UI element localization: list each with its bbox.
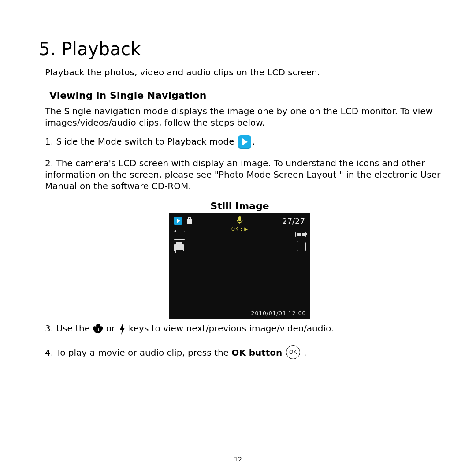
- memory-card-icon: [297, 241, 306, 251]
- macro-flower-icon: [93, 324, 102, 334]
- step-3-text-post: keys to view next/previous image/video/a…: [129, 323, 334, 334]
- section-intro: The Single navigation mode displays the …: [45, 105, 441, 128]
- lock-icon: [186, 216, 193, 226]
- lcd-image-counter: 27/27: [282, 216, 305, 226]
- lcd-figure: OK : ▶ 27/27 2010/01/01 12:00: [39, 213, 441, 319]
- ok-button-icon: OK: [286, 345, 300, 359]
- microphone-icon: [237, 216, 243, 226]
- step-3: 3. Use the or keys to view next/previous…: [45, 323, 441, 335]
- chapter-intro: Playback the photos, video and audio cli…: [45, 67, 441, 78]
- step-1-text-pre: 1. Slide the Mode switch to Playback mod…: [45, 136, 237, 147]
- step-3-text-mid: or: [106, 323, 118, 334]
- page-number: 12: [0, 456, 476, 463]
- chapter-title: 5. Playback: [39, 39, 441, 59]
- ok-button-label-text: OK button: [231, 347, 282, 357]
- section-title: Viewing in Single Navigation: [49, 90, 441, 101]
- lcd-screen: OK : ▶ 27/27 2010/01/01 12:00: [169, 213, 310, 319]
- flash-bolt-icon: [119, 324, 125, 335]
- dpof-icon: [174, 231, 185, 240]
- lcd-ok-hint: OK : ▶: [231, 227, 248, 231]
- printer-icon: [174, 244, 184, 251]
- battery-icon: [295, 232, 306, 237]
- step-2: 2. The camera's LCD screen with display …: [45, 157, 441, 192]
- playback-mode-icon: [238, 135, 251, 149]
- step-4-text-pre: 4. To play a movie or audio clip, press …: [45, 347, 231, 357]
- lcd-timestamp: 2010/01/01 12:00: [251, 310, 306, 316]
- step-1-text-post: .: [252, 136, 255, 147]
- step-1: 1. Slide the Mode switch to Playback mod…: [45, 135, 441, 149]
- step-3-text-pre: 3. Use the: [45, 323, 93, 334]
- still-image-heading: Still Image: [39, 201, 441, 212]
- step-4: 4. To play a movie or audio clip, press …: [45, 346, 441, 360]
- step-4-text-post: .: [301, 347, 307, 357]
- manual-page: 5. Playback Playback the photos, video a…: [0, 0, 476, 476]
- playback-icon: [174, 217, 182, 225]
